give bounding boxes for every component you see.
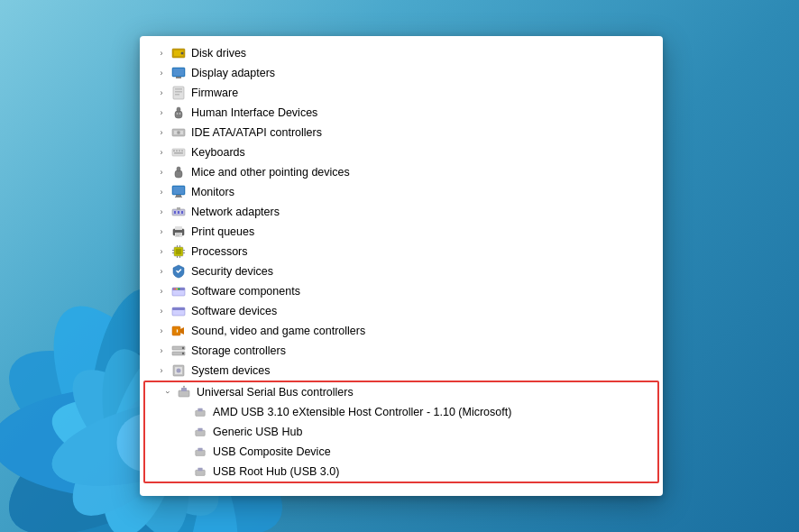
svg-rect-91 [196, 470, 206, 475]
label-firmware: Firmware [191, 87, 238, 99]
svg-rect-64 [177, 256, 178, 258]
device-manager-window: Disk drives Display adapters Firmware Hu… [140, 36, 663, 496]
label-system-devices: System devices [191, 364, 271, 377]
svg-rect-43 [173, 187, 184, 194]
svg-rect-39 [174, 152, 183, 154]
chevron-usb-controllers [160, 385, 174, 399]
svg-point-78 [182, 353, 184, 354]
icon-human-interface [170, 105, 187, 121]
svg-rect-52 [175, 226, 182, 230]
tree-item-storage-controllers[interactable]: Storage controllers [140, 341, 663, 361]
icon-generic-usb-hub [192, 424, 208, 440]
icon-usb-controllers [176, 384, 192, 400]
svg-rect-38 [181, 151, 183, 152]
svg-rect-90 [197, 448, 202, 452]
icon-processors [170, 243, 187, 260]
tree-item-disk-drives[interactable]: Disk drives [140, 43, 663, 63]
tree-item-software-components[interactable]: Software components [140, 281, 663, 301]
label-ide-ata: IDE ATA/ATAPI controllers [191, 126, 322, 139]
svg-marker-74 [180, 327, 184, 335]
chevron-sound-video [154, 324, 169, 338]
tree-item-software-devices[interactable]: Software devices [140, 301, 663, 321]
tree-child-amd-usb[interactable]: AMD USB 3.10 eXtensible Host Controller … [145, 402, 657, 422]
svg-rect-82 [179, 390, 189, 397]
device-tree[interactable]: Disk drives Display adapters Firmware Hu… [140, 36, 663, 496]
svg-rect-27 [177, 107, 180, 112]
svg-rect-63 [179, 245, 180, 247]
svg-rect-72 [172, 307, 185, 310]
chevron-ide-ata [154, 125, 169, 140]
svg-rect-58 [172, 250, 174, 251]
svg-rect-45 [175, 197, 182, 197]
svg-rect-23 [175, 88, 182, 90]
svg-rect-36 [176, 151, 178, 152]
tree-item-monitors[interactable]: Monitors [140, 182, 663, 202]
svg-rect-60 [183, 250, 185, 251]
label-print-queues: Print queues [191, 225, 254, 238]
tree-item-ide-ata[interactable]: IDE ATA/ATAPI controllers [140, 123, 663, 142]
icon-ide-ata [170, 124, 187, 141]
svg-rect-37 [179, 151, 180, 152]
tree-item-mice[interactable]: Mice and other pointing devices [140, 162, 663, 182]
svg-rect-53 [175, 233, 182, 237]
svg-rect-47 [174, 211, 176, 214]
label-usb-composite: USB Composite Device [213, 445, 331, 458]
icon-software-devices [170, 303, 187, 319]
svg-rect-83 [181, 388, 187, 391]
icon-sound-video [170, 323, 187, 339]
icon-monitors [170, 184, 187, 200]
chevron-software-components [154, 284, 169, 298]
svg-rect-92 [197, 468, 202, 472]
svg-point-68 [174, 289, 176, 290]
svg-rect-21 [176, 77, 181, 78]
svg-rect-35 [173, 151, 175, 152]
chevron-firmware [154, 86, 169, 100]
svg-rect-55 [176, 235, 179, 236]
chevron-network-adapters [154, 205, 169, 219]
label-display-adapters: Display adapters [191, 67, 275, 79]
svg-rect-65 [179, 256, 180, 258]
tree-child-usb-root-hub[interactable]: USB Root Hub (USB 3.0) [145, 462, 657, 482]
tree-item-sound-video[interactable]: Sound, video and game controllers [140, 321, 663, 341]
tree-child-generic-usb-hub[interactable]: Generic USB Hub [145, 422, 657, 442]
label-sound-video: Sound, video and game controllers [191, 325, 365, 337]
tree-item-network-adapters[interactable]: Network adapters [140, 202, 663, 222]
label-generic-usb-hub: Generic USB Hub [213, 426, 302, 438]
chevron-mice [154, 165, 169, 179]
tree-item-usb-controllers[interactable]: Universal Serial Bus controllers [145, 382, 657, 402]
icon-keyboards [170, 144, 187, 161]
chevron-software-devices [154, 304, 169, 318]
tree-item-processors[interactable]: Processors [140, 242, 663, 261]
label-software-devices: Software devices [191, 305, 277, 317]
tree-item-keyboards[interactable]: Keyboards [140, 142, 663, 162]
usb-controllers-section: Universal Serial Bus controllers AMD USB… [143, 381, 659, 483]
svg-rect-48 [178, 211, 179, 214]
tree-item-display-adapters[interactable]: Display adapters [140, 63, 663, 83]
svg-rect-41 [177, 167, 180, 171]
svg-rect-88 [197, 428, 202, 432]
svg-rect-62 [177, 245, 178, 247]
svg-point-81 [177, 369, 181, 373]
svg-rect-24 [175, 91, 182, 93]
svg-rect-61 [183, 252, 185, 253]
icon-network-adapters [170, 204, 187, 220]
svg-rect-85 [196, 410, 206, 416]
tree-item-print-queues[interactable]: Print queues [140, 222, 663, 242]
icon-firmware [170, 85, 187, 101]
svg-rect-73 [172, 326, 180, 335]
icon-display-adapters [170, 65, 187, 81]
chevron-disk-drives [154, 46, 169, 60]
label-storage-controllers: Storage controllers [191, 344, 286, 357]
icon-print-queues [170, 224, 187, 240]
usb-controllers-children: AMD USB 3.10 eXtensible Host Controller … [145, 402, 657, 482]
tree-item-security-devices[interactable]: Security devices [140, 261, 663, 281]
tree-item-human-interface[interactable]: Human Interface Devices [140, 103, 663, 123]
svg-rect-89 [196, 450, 206, 455]
tree-item-firmware[interactable]: Firmware [140, 83, 663, 103]
label-monitors: Monitors [191, 186, 234, 198]
tree-item-system-devices[interactable]: System devices [140, 361, 663, 381]
svg-point-33 [178, 132, 179, 133]
icon-usb-root-hub [192, 463, 208, 480]
tree-child-usb-composite[interactable]: USB Composite Device [145, 442, 657, 462]
label-network-adapters: Network adapters [191, 206, 280, 218]
